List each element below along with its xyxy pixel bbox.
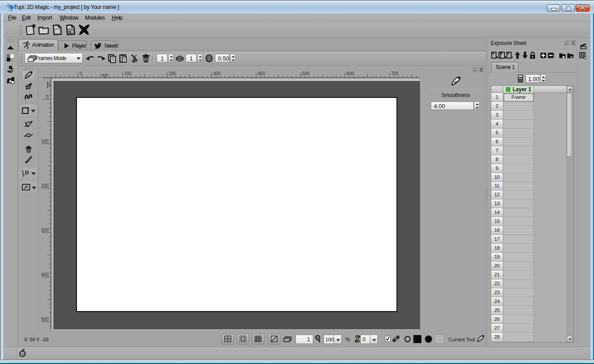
svg-text:100: 100 — [41, 139, 48, 144]
svg-text:300: 300 — [41, 228, 48, 233]
svg-text:0: 0 — [46, 94, 48, 99]
svg-text:100: 100 — [124, 71, 132, 76]
svg-text:400: 400 — [258, 71, 265, 76]
svg-text:500: 500 — [302, 71, 310, 76]
svg-text:0: 0 — [80, 71, 82, 76]
svg-text:700: 700 — [391, 71, 399, 76]
svg-text:200: 200 — [169, 71, 176, 76]
svg-text:400: 400 — [41, 272, 48, 277]
svg-text:200: 200 — [41, 183, 48, 188]
svg-text:600: 600 — [347, 71, 354, 76]
svg-text:300: 300 — [213, 71, 221, 76]
svg-text:500: 500 — [41, 317, 48, 322]
